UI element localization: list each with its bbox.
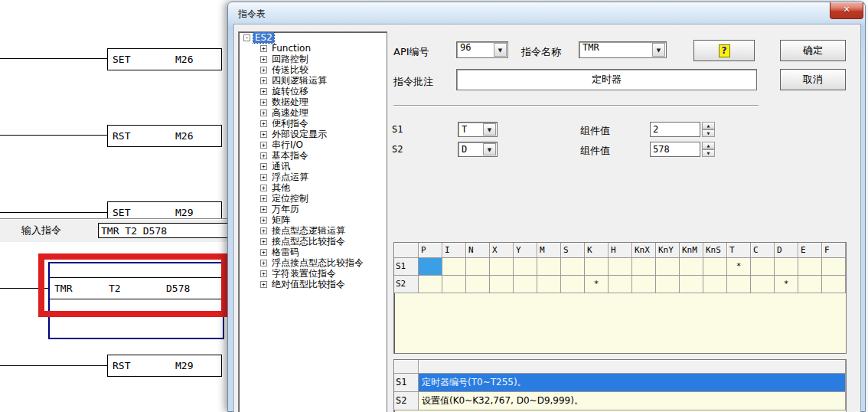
spinner-down-icon[interactable]: ▼	[702, 149, 715, 157]
description-row-label: S1	[394, 374, 419, 392]
comment-field[interactable]: 定时器	[456, 69, 757, 90]
tree-item[interactable]: +外部设定显示	[239, 129, 387, 139]
tree-expand-icon[interactable]: +	[260, 77, 267, 84]
chevron-down-icon[interactable]: ▼	[652, 43, 665, 57]
operand-s2-value-input[interactable]	[650, 142, 700, 157]
ladder-instruction-box-rst-m26[interactable]: RST M26	[107, 125, 222, 147]
tree-item[interactable]: +四则逻辑运算	[239, 75, 387, 86]
api-number-combobox[interactable]: 96 ▼	[456, 41, 508, 58]
component-value-label-s1: 组件值	[580, 124, 610, 138]
tree-item[interactable]: +数据处理	[239, 96, 387, 107]
tree-expand-icon[interactable]: +	[260, 217, 267, 224]
tree-expand-icon[interactable]: +	[260, 195, 267, 202]
description-row[interactable]: S1定时器编号(T0~T255)。	[394, 374, 846, 392]
grid-cell	[751, 258, 775, 276]
grid-row-label: S1	[394, 258, 419, 276]
tree-item[interactable]: +接点型态比较指令	[239, 236, 387, 247]
grid-column-header: K	[585, 243, 609, 258]
tree-collapse-icon[interactable]: -	[243, 34, 250, 41]
description-text[interactable]: 设置值(K0~K32,767, D0~D9,999)。	[419, 392, 846, 410]
tree-expand-icon[interactable]: +	[260, 142, 267, 149]
tree-item[interactable]: +浮点运算	[239, 172, 387, 182]
chevron-down-icon[interactable]: ▼	[494, 43, 507, 57]
tree-expand-icon[interactable]: +	[260, 131, 267, 138]
tree-expand-icon[interactable]: +	[260, 227, 267, 234]
operand-s2-type-combobox[interactable]: D ▼	[458, 142, 498, 157]
tree-expand-icon[interactable]: +	[260, 120, 267, 127]
tree-expand-icon[interactable]: +	[260, 260, 267, 266]
tree-expand-icon[interactable]: +	[260, 206, 267, 213]
component-value-label-s2: 组件值	[580, 144, 610, 158]
description-header-row	[394, 360, 846, 374]
instruction-input-field[interactable]	[98, 223, 228, 238]
tree-item[interactable]: +基本指令	[239, 150, 387, 161]
grid-cell	[775, 258, 798, 276]
tree-item[interactable]: +高速处理	[239, 107, 387, 118]
description-row[interactable]: S2设置值(K0~K32,767, D0~D9,999)。	[394, 392, 846, 410]
help-button[interactable]: ?	[693, 40, 755, 61]
tree-item[interactable]: +旋转位移	[239, 86, 387, 96]
tree-item[interactable]: +绝对值型比较指令	[239, 279, 387, 289]
dialog-titlebar[interactable]	[228, 2, 825, 22]
tree-expand-icon[interactable]: +	[260, 88, 267, 95]
tree-expand-icon[interactable]: +	[260, 249, 267, 256]
spinner-down-icon[interactable]: ▼	[702, 129, 715, 137]
highlight-annotation-box	[38, 253, 227, 317]
spinner-up-icon[interactable]: ▲	[702, 122, 715, 129]
tree-item[interactable]: +定位控制	[239, 193, 387, 204]
grid-column-header: N	[466, 243, 490, 258]
tree-expand-icon[interactable]: +	[260, 185, 267, 191]
rung-wire	[0, 58, 108, 59]
ladder-instruction-box-rst-m29[interactable]: RST M29	[107, 355, 222, 377]
grid-cell	[442, 258, 466, 276]
chevron-down-icon[interactable]: ▼	[483, 123, 496, 136]
ladder-instruction-box-set-m26[interactable]: SET M26	[107, 48, 222, 70]
grid-cell	[561, 276, 585, 293]
ok-button-label: 确定	[803, 44, 823, 56]
tree-item[interactable]: +其他	[239, 182, 387, 193]
tree-expand-icon[interactable]: +	[260, 238, 267, 245]
cancel-button[interactable]: 取消	[780, 69, 846, 90]
tree-item[interactable]: +通讯	[239, 161, 387, 172]
tree-expand-icon[interactable]: +	[260, 99, 267, 106]
tree-expand-icon[interactable]: +	[260, 56, 267, 63]
tree-item-root[interactable]: -ES2	[239, 32, 387, 43]
tree-expand-icon[interactable]: +	[260, 152, 267, 159]
description-row-label: S2	[394, 392, 419, 410]
grid-cell	[751, 276, 775, 293]
operand-s1-value-input[interactable]	[650, 122, 700, 137]
grid-cell	[632, 276, 656, 293]
rung-wire	[0, 212, 108, 213]
tree-expand-icon[interactable]: +	[260, 281, 267, 288]
operand-s1-type-combobox[interactable]: T ▼	[458, 122, 498, 137]
description-text[interactable]: 定时器编号(T0~T255)。	[419, 374, 846, 392]
tree-item[interactable]: +串行I/O	[239, 139, 387, 150]
close-button[interactable]: ✕	[830, 2, 863, 19]
spinner-up-icon[interactable]: ▲	[702, 142, 715, 149]
instruction-mnemonic: RST	[113, 355, 130, 376]
operand-s1-type-value: T	[462, 123, 467, 136]
tree-expand-icon[interactable]: +	[260, 45, 267, 52]
tree-item[interactable]: +万年历	[239, 204, 387, 214]
chevron-down-icon[interactable]: ▼	[483, 143, 496, 155]
tree-item[interactable]: +Function	[239, 43, 387, 54]
tree-expand-icon[interactable]: +	[260, 163, 267, 170]
grid-cell	[680, 276, 703, 293]
grid-cell	[585, 258, 609, 276]
instruction-name-combobox[interactable]: TMR ▼	[579, 41, 667, 58]
tree-expand-icon[interactable]: +	[260, 270, 267, 277]
grid-column-header: D	[775, 243, 798, 258]
api-number-value: 96	[460, 42, 471, 53]
tree-expand-icon[interactable]: +	[260, 174, 267, 181]
tree-item[interactable]: +回路控制	[239, 54, 387, 64]
tree-expand-icon[interactable]: +	[260, 67, 267, 74]
input-instruction-label: 输入指令	[21, 219, 61, 242]
instruction-input-bar: 输入指令	[0, 218, 230, 242]
help-icon: ?	[719, 44, 730, 57]
rung-wire	[0, 135, 108, 136]
ok-button[interactable]: 确定	[780, 40, 846, 61]
operand-s2-type-value: D	[462, 142, 467, 156]
instruction-operand: M29	[175, 355, 193, 376]
tree-expand-icon[interactable]: +	[260, 110, 267, 116]
instruction-mnemonic: SET	[113, 49, 130, 70]
